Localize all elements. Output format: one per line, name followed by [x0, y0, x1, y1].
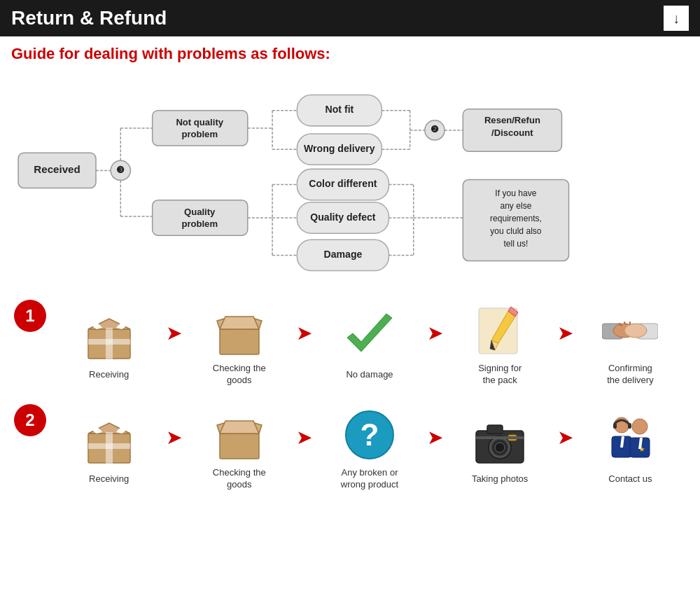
wrong-delivery-label: Wrong delivery [304, 143, 375, 154]
flowchart-svg: Received ❸ Not quality problem Quality p… [11, 74, 689, 284]
step1-number: 1 [14, 300, 46, 332]
step2-photos-label: Taking photos [472, 473, 528, 485]
step2-arrow1: ➤ [166, 426, 182, 449]
step1-item-receiving: Receiving [53, 307, 164, 381]
step2-arrow2: ➤ [296, 426, 312, 449]
step1-row: 1 [14, 293, 686, 394]
step2-contact-label: Contact us [608, 473, 652, 485]
step2-item-broken: ? Any broken orwrong product [314, 405, 425, 491]
contact-icon [598, 411, 662, 471]
resen-refund-label: Resen/Refun [484, 115, 540, 125]
svg-rect-40 [88, 339, 130, 345]
svg-rect-69 [487, 425, 503, 434]
damage-label: Damage [323, 249, 362, 260]
page-title: Return & Refund [11, 7, 167, 29]
step1-signing-label: Signing forthe pack [478, 363, 522, 387]
svg-rect-61 [88, 443, 130, 449]
step2-receiving-label: Receiving [89, 473, 129, 485]
svg-rect-74 [476, 436, 524, 439]
step2-items: Receiving ➤ Checking thegoods ➤ [53, 405, 686, 491]
checkmark-icon [338, 307, 401, 366]
not-fit-label: Not fit [325, 104, 354, 115]
svg-point-54 [624, 324, 647, 338]
step1-receiving-label: Receiving [89, 369, 129, 381]
not-quality-label2: problem [181, 129, 218, 139]
step1-item-confirming: Confirmingthe delivery [575, 300, 686, 387]
if-you-have-label2: any else [500, 201, 531, 211]
if-you-have-label3: requirements, [490, 214, 542, 223]
if-you-have-label5: tell us! [503, 239, 528, 249]
circle3-label: ❸ [116, 165, 125, 175]
svg-rect-79 [628, 423, 631, 429]
step2-number: 2 [14, 404, 46, 436]
svg-point-80 [632, 419, 648, 434]
step2-row: 2 Receiving ➤ [14, 397, 686, 499]
if-you-have-label1: If you have [495, 188, 536, 198]
step1-item-signing: Signing forthe pack [444, 300, 556, 387]
box-open-icon [208, 300, 271, 360]
step1-nodamage-label: No damage [346, 369, 393, 381]
question-mark-icon: ? [338, 405, 401, 464]
svg-rect-62 [220, 434, 259, 459]
svg-rect-7 [153, 111, 248, 146]
svg-rect-41 [220, 329, 259, 354]
box-closed-icon [78, 307, 141, 366]
quality-defect-label: Quality defect [310, 212, 376, 223]
svg-marker-45 [347, 314, 392, 352]
step1-items: Receiving ➤ Checkin [53, 300, 686, 387]
svg-rect-78 [613, 423, 617, 429]
box-closed-icon2 [78, 411, 141, 471]
step1-arrow1: ➤ [166, 321, 182, 345]
handshake-icon [598, 300, 662, 360]
step1-arrow3: ➤ [427, 321, 443, 345]
step2-arrow4: ➤ [557, 426, 573, 449]
subtitle: Guide for dealing with problems as follo… [0, 36, 700, 69]
svg-text:/Discount: /Discount [491, 127, 533, 138]
step1-arrow4: ➤ [557, 321, 573, 345]
svg-marker-65 [220, 421, 259, 434]
step2-item-contact: Contact us [575, 411, 686, 485]
color-different-label: Color different [309, 178, 377, 189]
quality-problem-label: Quality [184, 207, 216, 217]
step1-confirming-label: Confirmingthe delivery [607, 363, 653, 387]
quality-problem-label2: problem [181, 219, 218, 229]
step2-item-photos: Taking photos [444, 411, 556, 485]
header: Return & Refund ↓ [0, 0, 700, 36]
step1-item-nodamage: No damage [314, 307, 425, 381]
step2-checking-label: Checking thegoods [213, 467, 266, 491]
step2-item-receiving: Receiving [53, 411, 164, 485]
svg-point-72 [495, 443, 505, 452]
flowchart-area: Received ❸ Not quality problem Quality p… [0, 69, 700, 286]
circle2-label: ❷ [430, 124, 439, 134]
step2-item-checking: Checking thegoods [183, 405, 295, 491]
step2-broken-label: Any broken orwrong product [341, 467, 398, 491]
step2-arrow3: ➤ [427, 426, 443, 449]
box-open-icon2 [208, 405, 271, 464]
not-quality-label: Not quality [176, 117, 223, 127]
steps-section: 1 [0, 286, 700, 499]
svg-rect-8 [153, 200, 248, 235]
svg-text:?: ? [360, 417, 379, 452]
if-you-have-label4: you cluld also [490, 226, 542, 236]
arrow-icon: ↓ [664, 6, 689, 31]
camera-icon [468, 411, 531, 471]
svg-marker-44 [220, 317, 259, 329]
step1-arrow2: ➤ [296, 321, 312, 345]
pencil-icon [468, 300, 531, 360]
received-box-label: Received [34, 163, 80, 175]
step1-checking-label: Checking thegoods [213, 363, 266, 387]
step1-item-checking: Checking thegoods [183, 300, 295, 387]
